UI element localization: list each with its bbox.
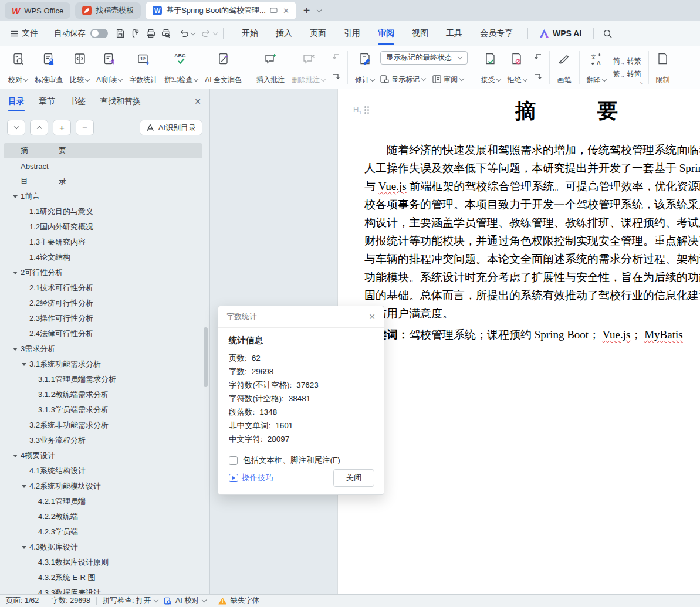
next-comment-icon[interactable] [330,72,343,82]
sidebar-tab-find-replace[interactable]: 查找和替换 [100,90,141,113]
undo-button[interactable] [176,26,191,41]
document-page[interactable]: H1 摘 要 随着经济的快速发展和驾照需求的增加，传统驾校管理系统面临着信息 人… [337,89,700,594]
toc-expand-arrow[interactable] [22,363,29,366]
markup-state-select[interactable]: 显示标记的最终状态 [380,51,468,65]
redo-button[interactable] [198,26,214,41]
toc-item[interactable]: 4.3数据库设计 [4,540,202,555]
menu-tab[interactable]: 工具 [437,21,471,46]
toc-item[interactable]: 4.2.2教练端 [4,509,202,524]
sidebar-scrollbar[interactable] [204,327,208,387]
docer-template-tab[interactable]: 找稻壳模板 [75,2,141,19]
toc-item[interactable]: 2.3操作可行性分析 [4,311,202,326]
wps-ai-button[interactable]: WPS AI [534,29,587,38]
menu-tab[interactable]: 页面 [301,21,335,46]
group-expand-icon[interactable]: ↘ [639,80,644,86]
review-pane-button[interactable]: 审阅 [432,74,464,84]
show-markup-button[interactable]: 显示标记 [380,74,425,84]
menu-tab[interactable]: 开始 [233,21,267,46]
dialog-close-icon[interactable]: ✕ [368,312,376,321]
document-tab[interactable]: W 基于Spring Boot的驾校管理... ✕ [146,2,296,19]
toc-item[interactable]: 2.1技术可行性分析 [4,280,202,296]
tips-link[interactable]: 操作技巧 [229,473,273,483]
save-button[interactable] [113,26,128,41]
menu-tab[interactable]: 审阅 [369,21,403,46]
autosave-toggle[interactable] [90,29,108,38]
redo-chevron-icon[interactable] [213,30,218,35]
toc-item[interactable]: 3.1.2教练端需求分析 [4,387,202,402]
next-change-icon[interactable] [532,72,545,82]
sidebar-close-icon[interactable]: ✕ [194,97,201,106]
print-preview-button[interactable] [158,26,174,41]
toc-item[interactable]: 3.3业务流程分析 [4,433,202,448]
sidebar-tab-toc[interactable]: 目录 [8,90,25,113]
compare-button[interactable]: 比较 [66,49,93,86]
toc-item[interactable]: 4.3.1数据库设计原则 [4,555,202,570]
track-changes-button[interactable]: 修订 [351,49,378,86]
word-count-button[interactable]: 12 字数统计 [126,49,161,86]
menu-tab[interactable]: 引用 [335,21,369,46]
toc-item[interactable]: 3.1.1管理员端需求分析 [4,372,202,387]
page-indicator[interactable]: 页面: 1/62 [6,596,39,606]
dialog-title-bar[interactable]: 字数统计 ✕ [218,306,384,328]
toc-item[interactable]: 2可行性分析 [4,265,202,280]
wps-home-tab[interactable]: W WPS Office [5,2,70,19]
spellcheck-status[interactable]: 拼写检查: 打开 [103,596,158,606]
toc-item[interactable]: 1.3主要研究内容 [4,235,202,250]
undo-chevron-icon[interactable] [191,30,195,35]
missing-font-warning[interactable]: 缺失字体 [218,596,259,606]
toc-item[interactable]: 1.1研究目的与意义 [4,204,202,219]
sync-status-icon[interactable] [270,8,278,14]
toc-item[interactable]: 3.1系统功能需求分析 [4,357,202,372]
include-textbox-checkbox-row[interactable]: 包括文本框、脚注和尾注(F) [229,455,373,466]
toc-expand-arrow[interactable] [22,546,29,549]
ai-proofread-button[interactable]: AI 校对 [164,596,206,606]
toc-item[interactable]: 3需求分析 [4,341,202,357]
to-simplified-button[interactable]: 繁→ 转简 [613,69,641,79]
search-button[interactable] [600,26,615,41]
export-button[interactable] [128,26,143,41]
tab-list-chevron-icon[interactable] [316,7,321,12]
ai-recognize-toc-button[interactable]: AI识别目录 [140,120,202,135]
toc-expand-all-button[interactable]: + [53,120,71,135]
standard-review-button[interactable]: 标准审查 [31,49,66,86]
menu-tab[interactable]: 视图 [403,21,437,46]
toc-expand-arrow[interactable] [13,455,21,457]
menu-tab[interactable]: 插入 [267,21,301,46]
toc-item[interactable]: 4.3.3数据库表设计 [4,585,202,594]
toc-previous-heading-button[interactable] [30,120,48,135]
ai-read-aloud-button[interactable]: AI朗读 [93,49,126,86]
print-button[interactable] [143,26,158,41]
accept-changes-button[interactable]: 接受 [478,49,504,86]
toc-item[interactable]: 4.3.2系统 E-R 图 [4,570,202,585]
reject-changes-button[interactable]: 拒绝 [504,49,530,86]
toc-item[interactable]: 1.4论文结构 [4,250,202,265]
toc-item[interactable]: 4.2.1管理员端 [4,494,202,509]
checkbox-unchecked[interactable] [229,456,238,465]
toc-next-heading-button[interactable] [7,120,25,135]
dialog-close-button[interactable]: 关闭 [333,469,374,487]
restrict-editing-button[interactable]: 限制 [652,49,674,86]
new-tab-button[interactable]: + [301,5,313,16]
toc-item[interactable]: 3.2系统非功能需求分析 [4,418,202,433]
proofread-button[interactable]: 校对 [5,49,31,86]
ai-polish-button[interactable]: AI 全文润色 [201,49,245,86]
toc-expand-arrow[interactable] [13,348,21,351]
toc-item[interactable]: Abstract [4,158,202,174]
toc-item[interactable]: 4.2系统功能模块设计 [4,479,202,494]
sidebar-tab-bookmarks[interactable]: 书签 [69,90,86,113]
previous-change-icon[interactable] [532,52,545,62]
word-count-indicator[interactable]: 字数: 29698 [51,596,90,606]
toc-item[interactable]: 2.4法律可行性分析 [4,326,202,341]
sidebar-tab-chapters[interactable]: 章节 [39,90,55,113]
toc-item[interactable]: 目 录 [4,174,202,189]
toc-item[interactable]: 3.1.3学员端需求分析 [4,402,202,418]
brush-button[interactable]: 画笔 [553,49,576,86]
toc-expand-arrow[interactable] [22,485,29,488]
toc-expand-arrow[interactable] [13,195,21,198]
file-menu-button[interactable]: 文件 [7,28,42,39]
toc-item[interactable]: 4.1系统结构设计 [4,463,202,479]
toc-item[interactable]: 2.2经济可行性分析 [4,296,202,311]
spell-check-button[interactable]: ABC 拼写检查 [161,49,201,86]
toc-item[interactable]: 4概要设计 [4,448,202,463]
insert-comment-button[interactable]: 插入批注 [253,49,288,86]
